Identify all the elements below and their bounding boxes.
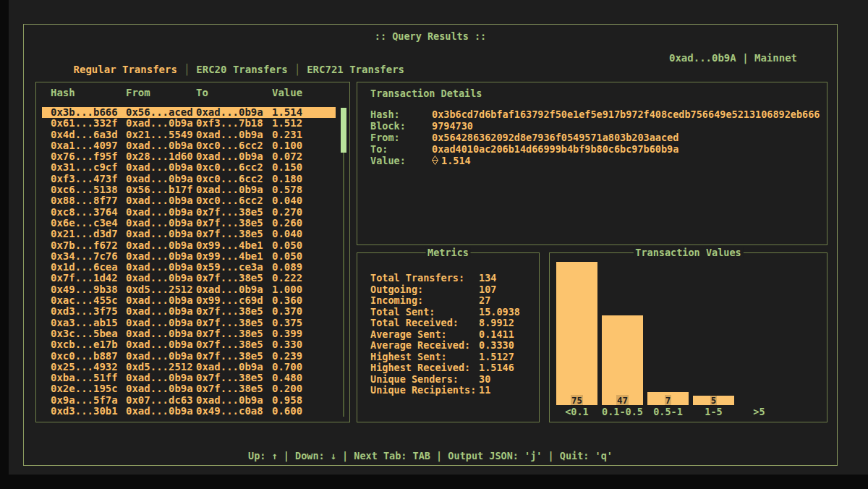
table-row[interactable]: 0x61...332f0xad...0b9a0xf3...7b181.512: [42, 118, 336, 129]
table-cell: 0.958: [272, 395, 336, 406]
table-row[interactable]: 0x21...d3d70xad...0b9a0x7f...38e50.040: [42, 229, 336, 239]
metric-value: 107: [479, 284, 536, 296]
table-cell: 0.040: [272, 195, 336, 206]
metric-label: Average Received:: [370, 340, 479, 352]
table-cell: 0x7f...38e5: [196, 229, 272, 239]
table-cell: 0xcb...e17b: [51, 339, 126, 350]
table-row[interactable]: 0xc0...b8870xad...0b9a0x7f...38e50.239: [42, 351, 336, 362]
table-cell: 0x07...dc63: [126, 395, 196, 406]
table-cell: 0xad...0b9a: [196, 362, 272, 373]
metric-value: 15.0938: [479, 307, 536, 318]
table-row[interactable]: 0x4d...6a3d0x21...55490xad...0b9a0.231: [42, 129, 336, 140]
metric-label: Total Sent:: [370, 307, 479, 318]
table-cell: 0.578: [272, 184, 336, 195]
table-cell: 0xd3...30b1: [51, 406, 126, 417]
table-cell: 0xad...0b9a: [196, 184, 272, 195]
col-header-value: Value: [272, 87, 340, 98]
table-row[interactable]: 0x31...c9cf0xad...0b9a0xc0...6cc20.150: [42, 162, 336, 173]
table-cell: 0x59...ce3a: [196, 262, 272, 273]
table-row[interactable]: 0x88...8f770xad...0b9a0xc0...6cc20.040: [42, 195, 336, 206]
table-row[interactable]: 0xc6...51380x56...b17f0xad...0b9a0.578: [42, 184, 336, 195]
table-cell: 0.222: [272, 273, 336, 284]
table-row[interactable]: 0x1d...6cea0xad...0b9a0x59...ce3a0.089: [42, 262, 336, 273]
table-cell: 0x7f...38e5: [196, 273, 272, 284]
table-row[interactable]: 0x2e...195c0xad...0b9a0x7f...38e50.200: [42, 383, 336, 394]
bar-chart: 754775: [556, 262, 780, 405]
table-cell: 0xad...0b9a: [126, 273, 196, 284]
table-row[interactable]: 0x7b...f6720xad...0b9a0x99...4be10.050: [42, 240, 336, 251]
transaction-details-panel: Transaction Details Hash:0x3b6cd7d6bfaf1…: [357, 82, 827, 245]
table-row[interactable]: 0x3b...b6660x56...aced0xad...0b9a1.514: [42, 107, 336, 118]
app-title: :: Query Results ::: [24, 30, 837, 42]
chart-x-labels: <0.10.1-0.50.5-11-5>5: [556, 406, 780, 417]
table-header: Hash From To Value: [36, 87, 340, 98]
table-row[interactable]: 0x6e...c3e40xad...0b9a0x7f...38e50.260: [42, 218, 336, 229]
metric-label: Total Received:: [370, 318, 479, 329]
transaction-values-panel: Transaction Values 754775 <0.10.1-0.50.5…: [549, 252, 827, 422]
tab-erc20-transfers[interactable]: ERC20 Transfers: [196, 64, 287, 75]
table-row[interactable]: 0xd3...3f750xad...0b9a0x7f...38e50.370: [42, 306, 336, 317]
table-cell: 1.000: [272, 284, 336, 295]
col-header-from: From: [126, 87, 196, 98]
table-row[interactable]: 0xa3...ab150xad...0b9a0x7f...38e50.375: [42, 318, 336, 328]
detail-field: Value:1.514: [370, 155, 822, 167]
table-cell: 0x88...8f77: [51, 195, 126, 206]
table-cell: 0x7f...38e5: [196, 207, 272, 218]
detail-label: To:: [370, 143, 432, 155]
table-row[interactable]: 0x49...9b380xd5...25120xad...0b9a1.000: [42, 284, 336, 295]
metric-label: Average Sent:: [370, 329, 479, 341]
detail-label: Value:: [370, 155, 432, 167]
table-cell: 0xad...0b9a: [126, 218, 196, 229]
detail-field: From:0x564286362092d8e7936f0549571a803b2…: [370, 132, 822, 143]
table-row[interactable]: 0x76...f95f0x28...1d600xad...0b9a0.072: [42, 151, 336, 162]
scrollbar-track[interactable]: [343, 108, 344, 417]
table-row[interactable]: 0xcb...e17b0xad...0b9a0x7f...38e50.330: [42, 339, 336, 350]
table-cell: 0x61...332f: [51, 118, 126, 129]
detail-label: From:: [370, 132, 432, 143]
table-cell: 0.050: [272, 240, 336, 251]
table-cell: 0x3b...b666: [51, 107, 126, 118]
col-header-hash: Hash: [51, 87, 126, 98]
table-row[interactable]: 0x34...7c760xad...0b9a0x99...4be10.050: [42, 251, 336, 262]
table-cell: 0xd5...2512: [126, 362, 196, 373]
details-fields: Hash:0x3b6cd7d6bfaf163792f50e1ef5e917b97…: [370, 109, 822, 167]
table-row[interactable]: 0xc8...37640xad...0b9a0x7f...38e50.270: [42, 207, 336, 218]
metric-item: Average Sent:0.1411: [370, 329, 536, 341]
metric-value: 134: [479, 273, 536, 284]
terminal-screen: :: Query Results :: Regular Transfers│ER…: [9, 0, 868, 475]
table-row[interactable]: 0x25...49320xd5...25120xad...0b9a0.700: [42, 362, 336, 373]
col-header-to: To: [196, 87, 272, 98]
wallet-network-status: 0xad...0b9A | Mainnet: [669, 52, 797, 64]
tab-separator: │: [294, 64, 300, 75]
table-row[interactable]: 0xd3...30b10xad...0b9a0x49...c0a80.600: [42, 406, 336, 417]
bar-value-label: 5: [693, 396, 734, 405]
table-cell: 0xac...455c: [51, 295, 126, 306]
table-row[interactable]: 0xac...455c0xad...0b9a0x99...c69d0.360: [42, 295, 336, 306]
metric-label: Incoming:: [370, 295, 479, 307]
table-cell: 0xad...0b9a: [196, 151, 272, 162]
table-cell: 0x56...b17f: [126, 184, 196, 195]
tab-separator: │: [184, 64, 190, 75]
metrics-panel: Metrics Total Transfers:134Outgoing:107I…: [357, 252, 540, 422]
tab-erc721-transfers[interactable]: ERC721 Transfers: [307, 64, 404, 75]
table-cell: 0xad...0b9a: [126, 406, 196, 417]
table-cell: 0.700: [272, 362, 336, 373]
table-row[interactable]: 0x7f...1d420xad...0b9a0x7f...38e50.222: [42, 273, 336, 284]
table-row[interactable]: 0xba...51ff0xad...0b9a0x7f...38e50.480: [42, 373, 336, 383]
table-cell: 0xad...0b9a: [126, 262, 196, 273]
detail-value: 0x3b6cd7d6bfaf163792f50e1ef5e917b972f408…: [432, 109, 822, 120]
table-row[interactable]: 0x3c...5bea0xad...0b9a0x7f...38e50.399: [42, 328, 336, 339]
metric-item: Average Received:0.3330: [370, 340, 536, 352]
tab-regular-transfers[interactable]: Regular Transfers: [74, 64, 177, 75]
metric-label: Highest Sent:: [370, 352, 479, 363]
table-row[interactable]: 0xf3...473f0xad...0b9a0xc0...6cc20.180: [42, 174, 336, 184]
scrollbar-thumb[interactable]: [341, 108, 346, 153]
metrics-items: Total Transfers:134Outgoing:107Incoming:…: [370, 273, 536, 396]
table-row[interactable]: 0xa1...40970xad...0b9a0xc0...6cc20.100: [42, 140, 336, 151]
table-cell: 0x4d...6a3d: [51, 129, 126, 140]
metric-label: Total Transfers:: [370, 273, 479, 284]
metric-value: 11: [479, 385, 536, 396]
table-cell: 0xc0...6cc2: [196, 174, 272, 184]
table-cell: 0xad...0b9a: [126, 140, 196, 151]
table-row[interactable]: 0x9a...5f7a0x07...dc630xad...0b9a0.958: [42, 395, 336, 406]
